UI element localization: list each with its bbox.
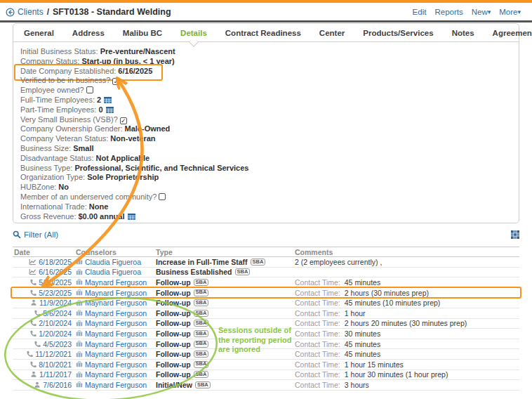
session-date-link[interactable]: 6/16/2025 xyxy=(39,268,72,276)
field-value: No xyxy=(58,183,69,191)
page-title: SFT0138 - Standard Welding xyxy=(53,7,171,17)
briefcase-icon xyxy=(76,330,83,336)
counselor-cell: Maynard Ferguson xyxy=(74,340,154,348)
session-type: Follow-up xyxy=(156,319,191,327)
comments-cell: Contact Time:1 hour 15 minutes xyxy=(293,360,519,369)
page-header: Clients / SFT0138 - Standard Welding Edi… xyxy=(0,3,532,20)
comments-cell: Contact Time:2 hours (30 minutes prep) xyxy=(293,289,519,297)
date-cell: 5/30/2025 xyxy=(13,278,74,287)
detail-field: International Trade:None xyxy=(20,202,512,212)
counselor-cell: Maynard Ferguson xyxy=(74,278,154,287)
back-icon[interactable] xyxy=(6,8,15,17)
session-date-link[interactable]: 5/6/2024 xyxy=(43,309,72,318)
contact-time-value: 1 hour xyxy=(345,309,366,318)
comments-cell: Contact Time:30 minutes xyxy=(293,329,519,338)
header-link-reports[interactable]: Reports xyxy=(434,8,463,16)
person-icon xyxy=(34,381,41,388)
counselor-link[interactable]: Maynard Ferguson xyxy=(85,299,147,307)
session-date-link[interactable]: 1/20/2024 xyxy=(39,329,72,338)
field-label: HUBZone: xyxy=(20,183,56,191)
counselor-link[interactable]: Maynard Ferguson xyxy=(85,289,147,297)
counselor-link[interactable]: Maynard Ferguson xyxy=(85,329,147,338)
counselor-link[interactable]: Maynard Ferguson xyxy=(85,340,147,348)
checkbox-unchecked[interactable] xyxy=(159,193,166,200)
table-row: 5/23/2025Maynard FergusonFollow-upSBACon… xyxy=(13,288,519,299)
type-cell: Follow-upSBA xyxy=(154,289,293,297)
column-header-date: Date xyxy=(13,248,74,256)
session-date-link[interactable]: 7/6/2016 xyxy=(43,381,72,389)
header-actions: EditReportsNew▾More▾ xyxy=(413,8,521,16)
counselor-cell: Claudia Figueroa xyxy=(74,258,154,266)
counselor-cell: Maynard Ferguson xyxy=(74,309,154,318)
date-cell: 6/16/2025 xyxy=(13,268,74,276)
phone-icon xyxy=(34,310,41,317)
session-date-link[interactable]: 5/30/2025 xyxy=(39,278,72,287)
counselor-link[interactable]: Maynard Ferguson xyxy=(85,370,147,379)
briefcase-icon xyxy=(76,320,83,327)
comments-cell: Contact Time:3 hours xyxy=(293,381,519,389)
table-row: 6/16/2025Claudia FigueroaBusiness Establ… xyxy=(13,268,519,278)
type-cell: Business EstablishedSBA xyxy=(154,268,293,276)
detail-field: Full-Time Employees:2 xyxy=(20,96,512,105)
session-date-link[interactable]: 1/11/2017 xyxy=(39,370,72,379)
grid-view-icon[interactable] xyxy=(511,230,519,239)
tab-contract-readiness[interactable]: Contract Readiness xyxy=(225,29,301,37)
tab-center[interactable]: Center xyxy=(319,29,345,37)
session-type: Follow-up xyxy=(156,309,191,318)
field-value: $0.00 annual xyxy=(78,212,124,221)
session-date-link[interactable]: 2/10/2024 xyxy=(39,319,72,327)
table-grid-icon[interactable] xyxy=(106,107,114,113)
tab-address[interactable]: Address xyxy=(72,29,105,37)
comments-cell: Contact Time:2 hours 20 minutes (30 minu… xyxy=(293,319,519,327)
table-grid-icon[interactable] xyxy=(104,97,112,103)
counselor-link[interactable]: Maynard Ferguson xyxy=(85,350,147,358)
counselor-link[interactable]: Maynard Ferguson xyxy=(85,319,147,327)
session-date-link[interactable]: 4/5/2023 xyxy=(43,340,72,348)
filter-link[interactable]: Filter (All) xyxy=(13,230,58,239)
table-row: 5/6/2024Maynard FergusonFollow-upSBACont… xyxy=(13,308,519,319)
breadcrumb-clients-link[interactable]: Clients xyxy=(18,7,44,17)
header-link-edit[interactable]: Edit xyxy=(413,8,427,16)
sba-badge: SBA xyxy=(195,381,211,388)
contact-time-value: 45 minutes xyxy=(345,278,380,287)
tab-malibu-bc[interactable]: Malibu BC xyxy=(123,29,162,37)
contact-time-label: Contact Time: xyxy=(295,309,340,318)
table-row: 6/18/2025Claudia FigueroaIncrease in Ful… xyxy=(13,257,519,268)
counselor-link[interactable]: Maynard Ferguson xyxy=(85,309,147,318)
field-value: 6/16/2025 xyxy=(118,67,152,75)
header-link-more[interactable]: More▾ xyxy=(499,8,521,16)
session-type: Increase in Full-Time Staff xyxy=(156,258,248,266)
checkbox-checked[interactable]: ✓ xyxy=(112,78,119,85)
field-label: Part-Time Employees: xyxy=(20,105,96,114)
session-date-link[interactable]: 6/18/2025 xyxy=(39,258,72,266)
counselor-link[interactable]: Maynard Ferguson xyxy=(85,360,147,369)
column-header-type: Type xyxy=(154,248,293,256)
tab-agreement[interactable]: Agreement xyxy=(493,29,532,37)
type-cell: Initial/NewSBA xyxy=(154,381,293,389)
header-link-new[interactable]: New▾ xyxy=(472,8,491,16)
session-date-link[interactable]: 8/10/2021 xyxy=(39,360,72,369)
checkbox-checked[interactable]: ✓ xyxy=(120,117,127,124)
counselor-link[interactable]: Maynard Ferguson xyxy=(85,278,147,287)
session-date-link[interactable]: 5/23/2025 xyxy=(39,289,72,297)
counselor-link[interactable]: Claudia Figueroa xyxy=(85,268,141,276)
briefcase-icon xyxy=(76,289,83,296)
checkbox-unchecked[interactable] xyxy=(86,86,93,93)
details-fields: Initial Business Status:Pre-venture/Nasc… xyxy=(13,42,519,221)
briefcase-icon xyxy=(76,259,83,265)
table-grid-icon[interactable] xyxy=(128,214,135,220)
field-value: Pre-venture/Nascent xyxy=(100,47,175,55)
counselor-link[interactable]: Claudia Figueroa xyxy=(85,258,141,266)
session-date-link[interactable]: 11/12/2021 xyxy=(35,350,72,358)
tab-general[interactable]: General xyxy=(24,29,54,37)
session-date-link[interactable]: 11/9/2024 xyxy=(39,299,72,307)
contact-time-value: 1 hour 15 minutes xyxy=(345,360,404,369)
tab-details[interactable]: Details xyxy=(180,29,207,37)
counselor-link[interactable]: Maynard Ferguson xyxy=(85,381,147,389)
tab-notes[interactable]: Notes xyxy=(452,29,474,37)
counselor-cell: Maynard Ferguson xyxy=(74,381,154,389)
activity-table: DateCounselorsTypeComments 6/18/2025Clau… xyxy=(13,247,519,391)
column-header-comments: Comments xyxy=(293,248,519,256)
tab-products-services[interactable]: Products/Services xyxy=(363,29,433,37)
type-cell: Follow-upSBA xyxy=(154,360,293,369)
